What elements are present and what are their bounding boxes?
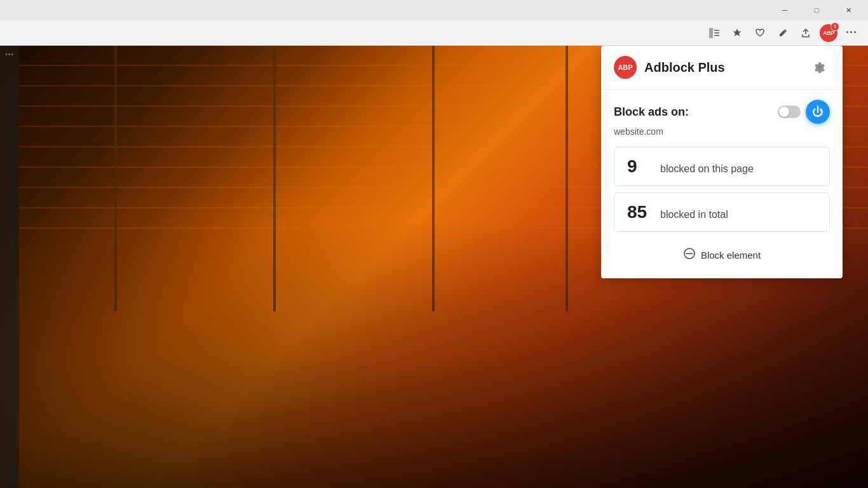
abp-extension-icon[interactable]: ABP 1 bbox=[820, 24, 837, 42]
more-options-icon[interactable]: ··· bbox=[843, 24, 860, 42]
website-url: website.com bbox=[614, 126, 830, 137]
svg-rect-3 bbox=[714, 35, 719, 36]
close-button[interactable]: ✕ bbox=[834, 0, 863, 20]
minimize-button[interactable]: ─ bbox=[770, 0, 799, 20]
maximize-button[interactable]: □ bbox=[802, 0, 831, 20]
left-sidebar: ••• bbox=[0, 46, 19, 488]
bookmark-star-icon[interactable] bbox=[728, 24, 746, 42]
abp-badge: 1 bbox=[831, 22, 839, 31]
stat-card-page: 9 blocked on this page bbox=[614, 147, 830, 186]
stat-label-page: blocked on this page bbox=[660, 163, 754, 175]
toggle-area: ⏻ bbox=[778, 100, 830, 124]
stat-card-total: 85 blocked in total bbox=[614, 193, 830, 232]
stats-section: 9 blocked on this page 85 blocked in tot… bbox=[614, 147, 830, 232]
share-icon[interactable] bbox=[797, 24, 815, 42]
toggle-switch[interactable] bbox=[778, 105, 801, 118]
sidebar-dots: ••• bbox=[5, 51, 14, 58]
stat-number-total: 85 bbox=[627, 202, 653, 222]
stat-number-page: 9 bbox=[627, 156, 653, 177]
svg-rect-1 bbox=[714, 30, 719, 31]
browser-toolbar: ABP 1 ··· bbox=[0, 20, 868, 46]
sidebar-toggle-icon[interactable] bbox=[705, 24, 723, 42]
settings-button[interactable] bbox=[810, 57, 830, 78]
block-ads-row: Block ads on: ⏻ bbox=[614, 100, 830, 124]
block-element-label: Block element bbox=[701, 250, 761, 261]
svg-rect-2 bbox=[714, 32, 719, 34]
power-button[interactable]: ⏻ bbox=[806, 100, 830, 124]
annotate-pen-icon[interactable] bbox=[774, 24, 792, 42]
block-element-icon bbox=[683, 247, 696, 263]
favorites-heart-icon[interactable] bbox=[751, 24, 769, 42]
adblock-popup: ABP Adblock Plus Block ads on: bbox=[601, 46, 843, 278]
toggle-knob bbox=[779, 107, 789, 117]
block-element-row[interactable]: Block element bbox=[614, 242, 830, 268]
popup-header: ABP Adblock Plus bbox=[601, 46, 843, 90]
gear-icon bbox=[814, 62, 825, 73]
stat-label-total: blocked in total bbox=[660, 209, 728, 220]
svg-rect-0 bbox=[709, 28, 713, 38]
popup-body: Block ads on: ⏻ website.com 9 blocked on… bbox=[601, 90, 843, 278]
popup-title: Adblock Plus bbox=[644, 60, 802, 75]
block-ads-label: Block ads on: bbox=[614, 105, 778, 119]
power-icon: ⏻ bbox=[812, 105, 824, 119]
title-bar: ─ □ ✕ bbox=[0, 0, 868, 20]
main-content: ••• ABP Adblock Plus Block ads on: bbox=[0, 46, 868, 488]
abp-logo: ABP bbox=[614, 56, 637, 79]
